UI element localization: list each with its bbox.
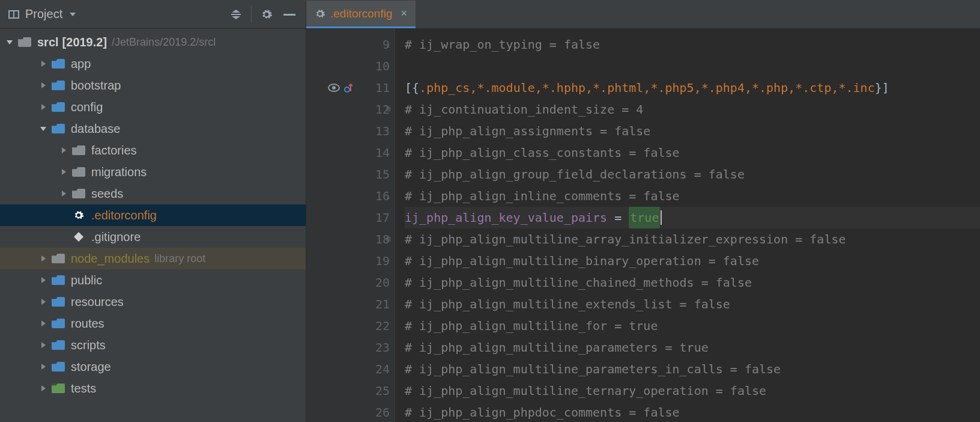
expand-arrow-icon[interactable] (40, 385, 48, 392)
code-line[interactable]: # ij_php_align_multiline_binary_operatio… (405, 250, 980, 272)
gutter-row[interactable]: 11 (306, 77, 390, 99)
fold-start-icon[interactable]: ⊟ (386, 228, 391, 250)
code-line[interactable]: # ij_php_align_inline_comments = false (405, 185, 980, 207)
code-line[interactable]: # ij_php_align_phpdoc_comments = false (405, 402, 980, 422)
gutter-row[interactable]: 26 (306, 402, 390, 422)
folder-icon (52, 254, 65, 263)
code-line[interactable]: [{.php_cs,*.module,*.hphp,*.phtml,*.php5… (405, 77, 980, 99)
tree-item-seeds[interactable]: seeds (0, 183, 306, 204)
tree-item--editorconfig[interactable]: .editorconfig (0, 204, 306, 226)
gutter-row[interactable]: 20 (306, 272, 390, 293)
code-line[interactable]: # ij_php_align_multiline_ternary_operati… (405, 380, 980, 402)
tree-item-migrations[interactable]: migrations (0, 161, 306, 183)
code-line[interactable] (405, 55, 980, 77)
tree-item-routes[interactable]: routes (0, 313, 306, 334)
tree-item-node-modules[interactable]: node_moduleslibrary root (0, 248, 306, 269)
collapse-arrow-icon[interactable] (40, 125, 48, 132)
svg-marker-11 (62, 169, 66, 175)
expand-arrow-icon[interactable] (40, 320, 48, 327)
gutter-marks[interactable] (327, 83, 354, 93)
tree-item-resources[interactable]: resources (0, 291, 306, 313)
comment-text: # ij_php_align_multiline_chained_methods… (405, 272, 752, 293)
folder-icon (52, 297, 65, 307)
gutter-row[interactable]: 25 (306, 380, 390, 402)
expand-arrow-icon[interactable] (40, 103, 48, 111)
gutter-row[interactable]: 10 (306, 55, 390, 77)
expand-arrow-icon[interactable] (40, 298, 48, 305)
tree-item-scripts[interactable]: scripts (0, 334, 306, 356)
chevron-down-icon[interactable] (68, 10, 77, 19)
expand-arrow-icon[interactable] (60, 168, 68, 176)
tree-item-config[interactable]: config (0, 96, 306, 118)
hide-button[interactable] (280, 5, 298, 23)
expand-arrow-icon[interactable] (60, 190, 68, 197)
svg-marker-5 (7, 40, 13, 44)
gutter-row[interactable]: 9⌞ (306, 34, 390, 55)
settings-gear-button[interactable] (258, 5, 276, 23)
gutter-row[interactable]: 16⌞ (306, 185, 390, 207)
editor-content[interactable]: # ij_wrap_on_typing = false [{.php_cs,*.… (395, 29, 980, 422)
folder-icon (52, 319, 65, 328)
tree-item-suffix: library root (154, 252, 205, 265)
tree-item-factories[interactable]: factories (0, 139, 306, 161)
tree-item-tests[interactable]: tests (0, 378, 306, 399)
fold-start-icon[interactable]: ⊟ (386, 99, 391, 120)
gutter-row[interactable]: 24 (306, 358, 390, 380)
code-line[interactable]: # ij_continuation_indent_size = 4 (405, 99, 980, 120)
tree-item-app[interactable]: app (0, 53, 306, 75)
code-line[interactable]: # ij_php_align_multiline_extends_list = … (405, 293, 980, 315)
svg-rect-4 (283, 14, 295, 16)
tree-item-label: config (71, 100, 103, 114)
gutter-row[interactable]: 22 (306, 315, 390, 337)
tree-item--gitignore[interactable]: .gitignore (0, 226, 306, 248)
code-line[interactable]: ij_php_align_key_value_pairs = true (405, 207, 980, 228)
expand-arrow-icon[interactable] (60, 147, 68, 154)
comment-text: # ij_php_align_multiline_parameters_in_c… (405, 358, 781, 380)
close-icon[interactable]: × (401, 7, 408, 20)
eye-icon[interactable] (327, 83, 340, 93)
gutter-row[interactable]: 14 (306, 142, 390, 164)
gutter-row[interactable]: 19 (306, 250, 390, 272)
tree-item-storage[interactable]: storage (0, 356, 306, 378)
tree-item-bootstrap[interactable]: bootstrap (0, 75, 306, 96)
fold-end-icon[interactable]: ⌞ (386, 34, 391, 55)
gutter-row[interactable]: 23 (306, 337, 390, 358)
gutter-row[interactable]: 21 (306, 293, 390, 315)
code-line[interactable]: # ij_php_align_multiline_parameters_in_c… (405, 358, 980, 380)
expand-arrow-icon[interactable] (40, 255, 48, 262)
expand-arrow-icon[interactable] (40, 277, 48, 284)
code-area[interactable]: 9⌞101112⊟13141516⌞1718⊟1920212223242526 … (306, 29, 980, 422)
gutter-row[interactable]: 12⊟ (306, 99, 390, 120)
gutter-row[interactable]: 15 (306, 164, 390, 185)
code-line[interactable]: # ij_php_align_multiline_parameters = tr… (405, 337, 980, 358)
gutter-row[interactable]: 18⊟ (306, 228, 390, 250)
gutter-row[interactable]: 13 (306, 120, 390, 142)
code-line[interactable]: # ij_php_align_group_field_declarations … (405, 164, 980, 185)
project-tree[interactable]: srcl [2019.2] /JetBrains/2019.2/srcl app… (0, 29, 306, 422)
tree-item-database[interactable]: database (0, 118, 306, 139)
code-line[interactable]: # ij_php_align_multiline_chained_methods… (405, 272, 980, 293)
expand-arrow-icon[interactable] (40, 341, 48, 349)
comment-text: # ij_php_align_assignments = false (405, 120, 650, 142)
gutter-row[interactable]: 17 (306, 207, 390, 228)
project-title[interactable]: Project (25, 7, 62, 21)
scroll-from-source-button[interactable] (227, 5, 245, 23)
override-up-icon[interactable] (344, 83, 354, 93)
config-key: ij_php_align_key_value_pairs (405, 207, 607, 228)
expand-arrow-icon[interactable] (40, 82, 48, 89)
tree-root[interactable]: srcl [2019.2] /JetBrains/2019.2/srcl (0, 31, 306, 53)
expand-arrow-icon[interactable] (40, 60, 48, 67)
tree-item-public[interactable]: public (0, 269, 306, 291)
code-line[interactable]: # ij_php_align_assignments = false (405, 120, 980, 142)
fold-end-icon[interactable]: ⌞ (386, 185, 391, 207)
code-line[interactable]: # ij_php_align_multiline_array_initializ… (405, 228, 980, 250)
comment-text: # ij_php_align_multiline_extends_list = … (405, 293, 730, 315)
code-line[interactable]: # ij_wrap_on_typing = false (405, 34, 980, 55)
code-line[interactable]: # ij_php_align_multiline_for = true (405, 315, 980, 337)
expand-arrow-icon[interactable] (40, 363, 48, 370)
editor-tab[interactable]: .editorconfig × (306, 1, 416, 28)
project-header: Project (0, 0, 306, 29)
editor-gutter[interactable]: 9⌞101112⊟13141516⌞1718⊟1920212223242526 (306, 29, 395, 422)
code-line[interactable]: # ij_php_align_class_constants = false (405, 142, 980, 164)
expand-arrow-icon[interactable] (6, 38, 14, 46)
